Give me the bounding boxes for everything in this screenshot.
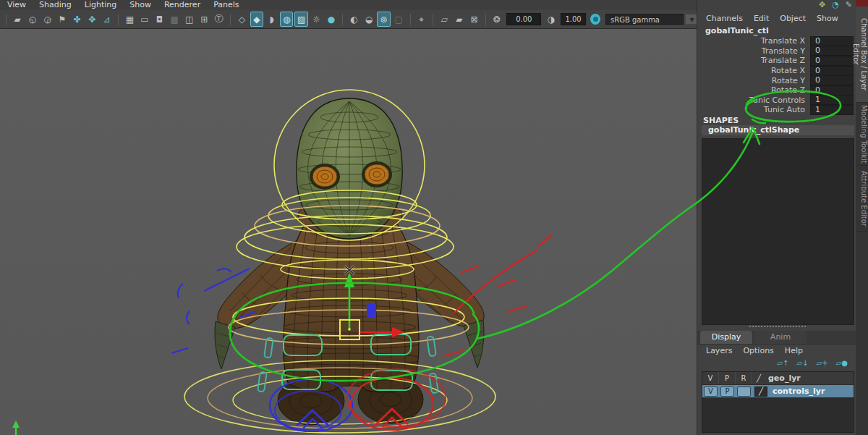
channel-value-field[interactable]: 0 (810, 85, 854, 96)
pencil-slider-icon[interactable]: ✎ (846, 0, 852, 10)
isolate-select-icon[interactable]: ⌖ (414, 12, 428, 27)
tab-anim[interactable]: Anim (754, 331, 807, 344)
channel-label[interactable]: Rotate X (771, 66, 805, 75)
selected-object-name[interactable]: gobalTunic_ctl (705, 26, 769, 35)
depth-of-field-icon[interactable]: ▢ (392, 12, 406, 27)
select-hierarchy-icon[interactable]: ✤ (70, 12, 84, 27)
layer-move-down-icon[interactable]: ▱↓ (796, 359, 808, 367)
layer-type-icon[interactable]: ╱ (752, 374, 765, 382)
view-transform-dropdown[interactable]: sRGB gamma▼ (605, 14, 699, 25)
gamma-icon[interactable]: ◑ (544, 12, 558, 27)
speed-gauge-icon[interactable]: ◔ (832, 0, 839, 10)
layer-menu-layers[interactable]: Layers (706, 346, 732, 355)
channel-label[interactable]: Rotate Y (772, 76, 805, 85)
maya-window: { "menubar": {"items": ["View", "Shading… (0, 0, 868, 435)
visibility-toggle[interactable]: V (704, 387, 718, 397)
material-ball-icon[interactable]: ◗ (265, 12, 278, 27)
exposure-field[interactable]: 0.00 (506, 13, 541, 25)
layer-editor: DisplayAnim LayersOptionsHelp ▱↑▱↓▱+▱● V… (697, 331, 856, 435)
shape-node-row[interactable]: gobalTunic_ctlShape (702, 125, 854, 135)
visibility-toggle[interactable]: V (702, 372, 719, 384)
channel-value-field[interactable]: 0 (810, 46, 854, 56)
layer-new-selected-icon[interactable]: ▱● (836, 359, 848, 367)
channel-label[interactable]: Translate Y (762, 46, 805, 56)
multisample-icon[interactable]: ⊚ (377, 12, 391, 27)
channel-value-field[interactable]: 1 (810, 95, 854, 105)
snapshot-icon[interactable]: ▱ (438, 12, 451, 27)
field-chart-icon[interactable]: ◫ (182, 12, 196, 27)
menu-show[interactable]: Show (129, 0, 151, 10)
channel-value-field[interactable]: 0 (810, 66, 854, 76)
viewport-canvas[interactable] (0, 29, 697, 435)
layer-menu-help[interactable]: Help (785, 346, 803, 355)
playback-toggle[interactable]: P (720, 387, 734, 397)
exposure-icon[interactable]: ❂ (490, 12, 504, 27)
gate-mask-icon[interactable]: ▩ (168, 12, 182, 27)
layer-list: VPR╱geo_lyrVP╱controls_lyr (702, 371, 854, 433)
resolution-gate-icon[interactable]: ◘ (153, 12, 166, 27)
channel-label[interactable]: Rotate Z (771, 85, 805, 95)
channel-value-field[interactable]: 0 (810, 75, 854, 85)
channel-row: Translate X0 (697, 36, 856, 46)
menu-lighting[interactable]: Lighting (85, 0, 116, 10)
image-plane-icon[interactable]: ⊠ (467, 12, 481, 27)
side-tab-channel-box-layer-editor[interactable]: Channel Box / Layer Editor (856, 7, 868, 103)
menu-panels[interactable]: Panels (213, 0, 239, 10)
camera-tumble-icon[interactable]: ◶ (41, 12, 54, 27)
safe-title-icon[interactable]: Ⓣ (213, 12, 226, 27)
layer-row-geo_lyr[interactable]: VPR╱geo_lyr (702, 372, 854, 385)
playback-toggle[interactable]: P (719, 372, 736, 384)
side-tab-modeling-toolkit[interactable]: Modeling Toolkit (856, 103, 868, 166)
shapes-header: SHAPES (703, 116, 739, 125)
channel-value-field[interactable]: 0 (810, 56, 854, 66)
channel-box-menu-object[interactable]: Object (780, 14, 806, 23)
manipulator-icon[interactable]: ✥ (819, 0, 825, 10)
toolbar-separator (118, 14, 119, 25)
move-tool-icon[interactable]: ✥ (85, 12, 99, 27)
channel-label[interactable]: Tunic Auto (764, 105, 805, 114)
layer-row-controls_lyr[interactable]: VP╱controls_lyr (702, 385, 854, 397)
reference-toggle[interactable]: R (736, 372, 752, 384)
measure-tool-icon[interactable]: ⊿ (100, 12, 114, 27)
menu-renderer[interactable]: Renderer (164, 0, 200, 10)
layer-new-icon[interactable]: ▱+ (817, 359, 828, 367)
layer-menu-options[interactable]: Options (743, 346, 773, 355)
tab-display[interactable]: Display (700, 331, 752, 344)
panel-menubar: ViewShadingLightingShowRendererPanels (0, 0, 704, 10)
grid-icon[interactable]: ▦ (123, 12, 137, 27)
channel-label[interactable]: Translate X (761, 36, 805, 46)
channel-box-menu-channels[interactable]: Channels (706, 14, 743, 23)
panel-resize-handle[interactable] (749, 326, 806, 327)
camera-pan-icon[interactable]: ◵ (26, 12, 40, 27)
use-lights-icon[interactable]: ☼ (310, 12, 323, 27)
occlusion-icon[interactable]: ◐ (347, 12, 361, 27)
side-tab-attribute-editor[interactable]: Attribute Editor (856, 166, 868, 232)
menu-shading[interactable]: Shading (39, 0, 72, 10)
channel-box-menu-show[interactable]: Show (817, 14, 838, 23)
channel-label[interactable]: Tunic Controls (749, 96, 805, 105)
color-management-toggle[interactable] (590, 14, 600, 25)
scene-3d-character (0, 29, 697, 435)
layer-type-icon[interactable]: ╱ (754, 387, 767, 397)
viewport-toolbar: ▰◵◶⚑✤✥⊿▦▭◘▩◫⊞Ⓣ◇◆◗◍▨☼●◐◒⊚▢⌖▱▰⊠❂0.00◑1.00s… (0, 10, 699, 29)
wireframe-on-shaded-icon[interactable]: ◍ (280, 12, 294, 27)
safe-action-icon[interactable]: ⊞ (197, 12, 211, 27)
shadows-icon[interactable]: ● (325, 12, 339, 27)
film-gate-icon[interactable]: ▭ (138, 12, 152, 27)
motion-blur-icon[interactable]: ◒ (362, 12, 376, 27)
bookmark-icon[interactable]: ⚑ (56, 12, 69, 27)
snapshot-ghost-icon[interactable]: ▰ (453, 12, 467, 27)
gamma-field[interactable]: 1.00 (561, 13, 586, 25)
channel-value-field[interactable]: 0 (810, 36, 854, 46)
toolbar-separator (433, 14, 433, 25)
wireframe-cube-icon[interactable]: ◇ (235, 12, 249, 27)
layer-move-up-icon[interactable]: ▱↑ (777, 359, 788, 367)
reference-toggle[interactable] (737, 387, 751, 397)
textured-icon[interactable]: ▨ (294, 12, 308, 27)
channel-label[interactable]: Translate Z (761, 56, 805, 65)
menu-view[interactable]: View (7, 0, 26, 10)
camcorder-icon[interactable]: ▰ (11, 12, 25, 27)
shaded-cube-icon[interactable]: ◆ (250, 12, 264, 27)
channel-value-field[interactable]: 1 (810, 105, 854, 115)
channel-box-menu-edit[interactable]: Edit (754, 14, 769, 23)
